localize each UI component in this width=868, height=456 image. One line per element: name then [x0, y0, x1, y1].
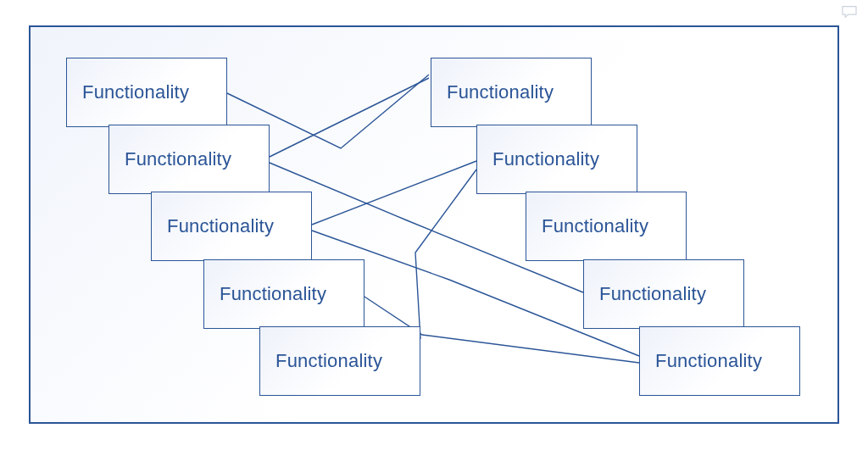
node-label: Functionality [599, 283, 706, 305]
functionality-box-right-2: Functionality [476, 125, 637, 194]
node-label: Functionality [125, 148, 231, 170]
node-label: Functionality [167, 215, 274, 237]
functionality-box-right-1: Functionality [431, 58, 592, 127]
node-label: Functionality [447, 81, 554, 103]
comment-icon [841, 5, 858, 19]
functionality-box-left-5: Functionality [259, 326, 420, 396]
functionality-box-left-2: Functionality [108, 125, 270, 194]
node-label: Functionality [655, 350, 762, 372]
node-label: Functionality [82, 81, 189, 103]
node-label: Functionality [542, 215, 648, 237]
node-label: Functionality [275, 350, 382, 372]
functionality-box-left-1: Functionality [66, 58, 227, 127]
functionality-box-right-4: Functionality [583, 259, 744, 329]
node-label: Functionality [492, 148, 599, 170]
functionality-box-left-4: Functionality [203, 259, 364, 329]
node-label: Functionality [220, 283, 326, 305]
functionality-box-right-3: Functionality [526, 192, 687, 261]
functionality-box-left-3: Functionality [151, 192, 312, 261]
functionality-box-right-5: Functionality [639, 326, 800, 396]
